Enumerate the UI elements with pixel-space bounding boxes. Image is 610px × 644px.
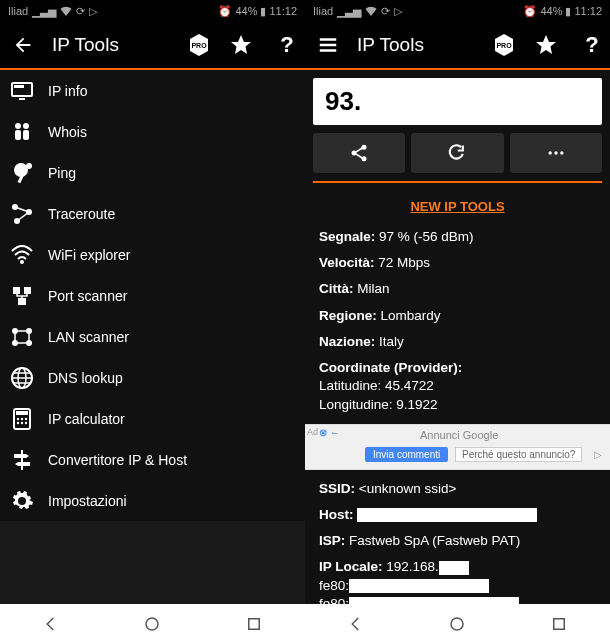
iplocal-row: IP Locale: 192.168. fe80: fe80: [319,558,596,604]
app-title: IP Tools [52,34,169,56]
refresh-button[interactable] [411,133,503,173]
people-icon [10,120,34,144]
svg-rect-18 [18,298,26,305]
ad-why-button[interactable]: Perché questo annuncio? [455,447,582,462]
carrier-label: Iliad [8,5,28,17]
svg-point-41 [548,151,551,154]
nav-recent[interactable] [548,613,570,635]
city-row: Città: Milan [319,280,596,298]
svg-point-15 [20,260,24,264]
share-button[interactable] [313,133,405,173]
battery-icon: ▮ [260,5,266,18]
menu-item-portscanner[interactable]: Port scanner [0,275,305,316]
star-button[interactable] [534,33,558,57]
menu-item-ipinfo[interactable]: IP info [0,70,305,111]
ip-value: 93. [325,86,361,116]
menu-label: Traceroute [48,206,115,222]
nav-menu: IP info Whois Ping Traceroute WiFi explo… [0,70,305,521]
svg-text:?: ? [280,33,293,57]
svg-point-28 [21,417,23,419]
ssid-row: SSID: <unknown ssid> [319,480,596,498]
ad-next-icon[interactable]: ▷ [594,449,602,460]
menu-label: Convertitore IP & Host [48,452,187,468]
region-row: Regione: Lombardy [319,307,596,325]
sync-icon: ⟳ [381,5,390,18]
pingpong-icon [10,161,34,185]
more-button[interactable] [510,133,602,173]
wifi-status-icon [365,6,377,16]
menu-item-traceroute[interactable]: Traceroute [0,193,305,234]
svg-rect-2 [12,83,32,96]
star-button[interactable] [229,33,253,57]
nav-back[interactable] [345,613,367,635]
hamburger-button[interactable] [317,34,339,56]
status-bar: Iliad ▁▃▅ ⟳ ▷ ⏰ 44% ▮ 11:12 [0,0,305,22]
menu-label: Impostazioni [48,493,127,509]
battery-label: 44% [235,5,257,17]
svg-point-31 [21,421,23,423]
svg-rect-16 [13,287,20,294]
svg-point-6 [23,123,29,129]
svg-rect-45 [554,619,565,630]
svg-rect-33 [21,450,23,470]
ip-address-display: 93. [313,78,602,125]
signal-row: Segnale: 97 % (-56 dBm) [319,228,596,246]
menu-item-lanscanner[interactable]: LAN scanner [0,316,305,357]
svg-point-29 [25,417,27,419]
ad-feedback-button[interactable]: Invia commenti [365,447,448,462]
app-bar: IP Tools PRO ? [0,22,305,70]
svg-text:?: ? [585,33,598,57]
svg-rect-17 [24,287,31,294]
ad-banner[interactable]: Ad ⊗ ← Annunci Google Invia commenti Per… [305,424,610,470]
menu-item-iphost[interactable]: Convertitore IP & Host [0,439,305,480]
svg-rect-4 [14,85,24,88]
menu-item-ipcalculator[interactable]: IP calculator [0,398,305,439]
play-icon: ▷ [89,5,97,18]
alarm-icon: ⏰ [218,5,232,18]
menu-item-wifiexplorer[interactable]: WiFi explorer [0,234,305,275]
divider [313,181,602,183]
svg-rect-8 [23,130,29,140]
menu-item-ping[interactable]: Ping [0,152,305,193]
pro-badge[interactable]: PRO [492,33,516,57]
censored-block [349,597,519,604]
pro-badge[interactable]: PRO [187,33,211,57]
help-button[interactable]: ? [576,33,598,57]
isp-row: ISP: Fastweb SpA (Fastweb PAT) [319,532,596,550]
svg-rect-26 [16,411,28,415]
censored-block [357,508,537,522]
app-title: IP Tools [357,34,474,56]
back-button[interactable] [12,34,34,56]
signal-icon: ▁▃▅ [32,5,56,18]
wifi-status-icon [60,6,72,16]
host-row: Host: [319,506,596,524]
menu-item-whois[interactable]: Whois [0,111,305,152]
nav-home[interactable] [141,613,163,635]
alarm-icon: ⏰ [523,5,537,18]
ad-close-icon[interactable]: ⊗ ← [319,427,340,438]
menu-label: IP info [48,83,87,99]
menu-label: LAN scanner [48,329,129,345]
menu-item-dnslookup[interactable]: DNS lookup [0,357,305,398]
status-bar: Iliad ▁▃▅ ⟳ ▷ ⏰ 44% ▮ 11:12 [305,0,610,22]
speed-row: Velocità: 72 Mbps [319,254,596,272]
new-ip-tools-link[interactable]: NEW IP TOOLS [305,191,610,228]
nav-recent[interactable] [243,613,265,635]
menu-label: WiFi explorer [48,247,130,263]
wifi-icon [10,243,34,267]
time-label: 11:12 [574,5,602,17]
lan-icon [10,325,34,349]
help-button[interactable]: ? [271,33,293,57]
nav-home[interactable] [446,613,468,635]
signpost-icon [10,448,34,472]
globe-icon [10,366,34,390]
battery-icon: ▮ [565,5,571,18]
route-icon [10,202,34,226]
nav-back[interactable] [40,613,62,635]
time-label: 11:12 [269,5,297,17]
menu-item-settings[interactable]: Impostazioni [0,480,305,521]
svg-point-44 [451,618,463,630]
menu-label: DNS lookup [48,370,123,386]
carrier-label: Iliad [313,5,333,17]
svg-point-32 [25,421,27,423]
